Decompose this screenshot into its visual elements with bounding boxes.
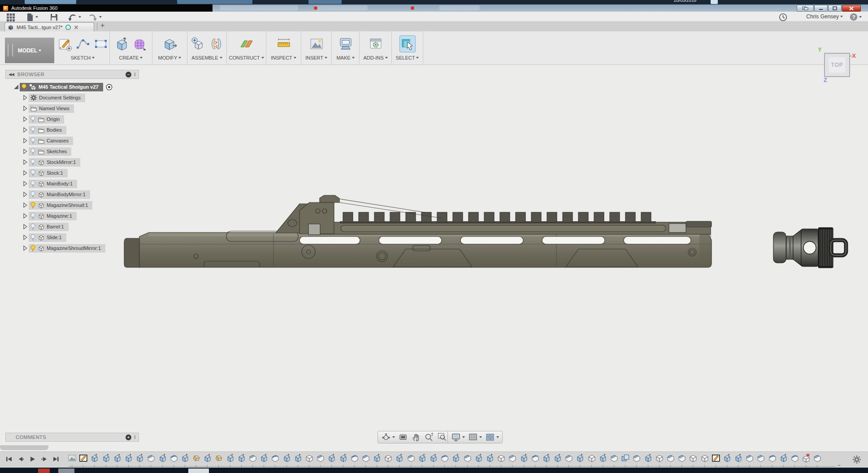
timeline-op-box-icon[interactable] bbox=[304, 453, 314, 464]
ribbon-label-assemble[interactable]: ASSEMBLE bbox=[191, 55, 222, 60]
timeline-op-canvas-icon[interactable] bbox=[67, 453, 77, 464]
expand-circle-icon[interactable]: + bbox=[126, 434, 131, 440]
timeline-op-extrude-icon[interactable] bbox=[417, 453, 427, 464]
timeline-op-extrude-icon[interactable] bbox=[90, 453, 100, 464]
timeline-op-box-icon[interactable] bbox=[496, 453, 506, 464]
panel-grip-icon[interactable]: ‖ bbox=[134, 435, 136, 440]
browser-row[interactable]: Magazine:1 bbox=[5, 211, 139, 221]
zoom-icon[interactable] bbox=[424, 432, 434, 442]
timeline-op-extrude-icon[interactable] bbox=[158, 453, 168, 464]
orbit-icon[interactable] bbox=[381, 432, 395, 442]
browser-row[interactable]: Bodies bbox=[5, 125, 139, 135]
ribbon-label-add-ins[interactable]: ADD-INS bbox=[363, 55, 387, 60]
ribbon-label-sketch[interactable]: SKETCH bbox=[71, 55, 95, 60]
timeline-op-extrude-icon[interactable] bbox=[180, 453, 190, 464]
expand-collapsed-icon[interactable] bbox=[22, 159, 29, 166]
grid-layout-icon[interactable] bbox=[468, 432, 482, 442]
browser-row[interactable]: Canvases bbox=[5, 135, 139, 146]
new-document-tab-button[interactable]: + bbox=[100, 22, 104, 30]
timeline-op-chamfer-icon[interactable] bbox=[508, 453, 517, 464]
add-ins-icon[interactable] bbox=[368, 35, 384, 52]
show-desktop-button[interactable] bbox=[797, 5, 814, 12]
timeline-op-chamfer-icon[interactable] bbox=[248, 453, 258, 464]
browser-item[interactable]: MagazineShroud:1 bbox=[29, 201, 92, 210]
timeline-op-extrude-icon[interactable] bbox=[124, 453, 134, 464]
timeline-op-extrude-icon[interactable] bbox=[327, 453, 337, 464]
toolbar-grip[interactable] bbox=[8, 44, 13, 56]
browser-row[interactable]: MainBodyMirror:1 bbox=[5, 189, 139, 200]
timeline-op-fillet-icon[interactable] bbox=[350, 453, 360, 464]
timeline-op-chamfer-icon[interactable] bbox=[812, 453, 822, 464]
extrude-icon[interactable] bbox=[114, 35, 130, 52]
sync-status-icon[interactable] bbox=[65, 24, 71, 30]
timeline-op-extrude-icon[interactable] bbox=[135, 453, 145, 464]
rectangle-icon[interactable] bbox=[93, 35, 109, 52]
timeline-op-extrude-icon[interactable] bbox=[372, 453, 382, 464]
timeline-op-tilt-icon[interactable] bbox=[214, 453, 224, 464]
browser-item[interactable]: Canvases bbox=[29, 137, 73, 145]
browser-item[interactable]: MagazineShroudMirror:1 bbox=[29, 244, 105, 253]
expand-collapsed-icon[interactable] bbox=[22, 180, 29, 187]
timeline-op-extrude-icon[interactable] bbox=[553, 453, 563, 464]
visibility-bulb-off-icon[interactable] bbox=[30, 116, 36, 123]
timeline-op-extrude-icon[interactable] bbox=[722, 453, 732, 464]
ribbon-label-modify[interactable]: MODIFY bbox=[158, 55, 182, 60]
timeline-op-extrude-icon[interactable] bbox=[474, 453, 484, 464]
timeline-op-extrude-icon[interactable] bbox=[779, 453, 789, 464]
browser-item[interactable]: MainBodyMirror:1 bbox=[29, 190, 90, 199]
expand-collapsed-icon[interactable] bbox=[22, 191, 29, 198]
save-icon[interactable] bbox=[49, 13, 58, 22]
timeline-op-chamfer-icon[interactable] bbox=[316, 453, 326, 464]
timeline-op-extrude-icon[interactable] bbox=[203, 453, 213, 464]
ribbon-label-insert[interactable]: INSERT bbox=[305, 55, 327, 60]
timeline-op-extrude-icon[interactable] bbox=[282, 453, 292, 464]
timeline-op-box-icon[interactable] bbox=[587, 453, 597, 464]
timeline-op-extrude-icon[interactable] bbox=[429, 453, 438, 464]
timeline-op-box-icon[interactable] bbox=[688, 453, 698, 464]
timeline-op-extrude-icon[interactable] bbox=[598, 453, 608, 464]
step-back-button[interactable] bbox=[16, 455, 25, 464]
timeline-op-sketch-icon[interactable] bbox=[78, 453, 88, 464]
close-button[interactable] bbox=[842, 5, 861, 12]
browser-item[interactable]: Stock:1 bbox=[29, 169, 68, 177]
skip-start-button[interactable] bbox=[4, 455, 13, 464]
browser-row[interactable]: MagazineShroudMirror:1 bbox=[5, 243, 139, 254]
maximize-button[interactable] bbox=[828, 5, 842, 12]
timeline-op-extrude-icon[interactable] bbox=[259, 453, 269, 464]
user-menu[interactable]: Chris Gensey bbox=[806, 13, 843, 20]
expand-collapsed-icon[interactable] bbox=[22, 116, 29, 123]
timeline-op-fillet-icon[interactable] bbox=[270, 453, 280, 464]
timeline-op-tilt-icon[interactable] bbox=[191, 453, 201, 464]
visibility-bulb-on-icon[interactable] bbox=[30, 202, 36, 209]
ribbon-label-select[interactable]: SELECT bbox=[396, 55, 419, 60]
expand-collapsed-icon[interactable] bbox=[22, 169, 29, 176]
browser-item[interactable]: Slide:1 bbox=[29, 233, 66, 242]
viewcube-face-label[interactable]: TOP bbox=[831, 62, 843, 68]
expand-collapsed-icon[interactable] bbox=[22, 126, 29, 133]
timeline-op-fillet-icon[interactable] bbox=[530, 453, 540, 464]
timeline-op-extrude-icon[interactable] bbox=[643, 453, 653, 464]
visibility-bulb-off-icon[interactable] bbox=[30, 159, 36, 166]
timeline-op-chamfer-icon[interactable] bbox=[361, 453, 371, 464]
expand-collapsed-icon[interactable] bbox=[22, 137, 29, 144]
timeline-op-extrude-icon[interactable] bbox=[542, 453, 551, 464]
timeline-op-extrude-icon[interactable] bbox=[113, 453, 122, 464]
browser-item[interactable]: Origin bbox=[29, 115, 64, 124]
timeline-op-box-icon[interactable] bbox=[655, 453, 664, 464]
comments-panel-header[interactable]: COMMENTS + ‖ bbox=[5, 433, 139, 442]
visibility-bulb-off-icon[interactable] bbox=[30, 148, 36, 155]
browser-item[interactable]: M45 Tactical Shotgun v27 bbox=[20, 83, 103, 91]
visibility-bulb-off-icon[interactable] bbox=[30, 137, 36, 145]
form-icon[interactable] bbox=[132, 35, 148, 52]
visibility-bulb-on-icon[interactable] bbox=[30, 245, 36, 252]
skip-end-button[interactable] bbox=[51, 455, 60, 464]
timeline-op-extrude-icon[interactable] bbox=[237, 453, 247, 464]
undo-icon[interactable] bbox=[67, 13, 81, 22]
look-at-icon[interactable] bbox=[398, 432, 408, 442]
joint-icon[interactable] bbox=[208, 35, 224, 52]
browser-row[interactable]: Slide:1 bbox=[5, 232, 139, 243]
timeline-op-sketch-icon[interactable] bbox=[711, 453, 721, 464]
close-tab-icon[interactable] bbox=[74, 25, 79, 30]
browser-item[interactable]: Document Settings bbox=[29, 94, 85, 102]
timeline-op-extrude-icon[interactable] bbox=[293, 453, 303, 464]
